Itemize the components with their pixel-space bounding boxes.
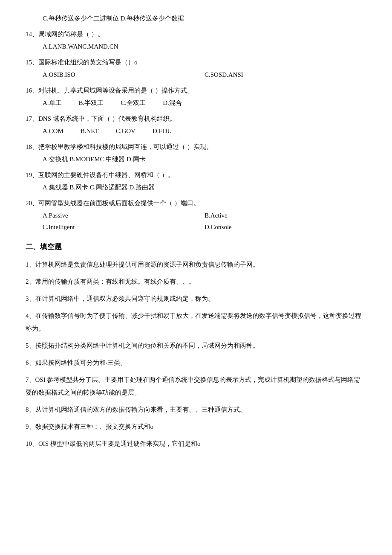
question-17: 17、DNS 域名系统中，下面（ ）代表教育机构组织。 A.COM B.NET … xyxy=(26,113,366,137)
q16-options: A.单工 B.半双工 C.全双工 D.混合 xyxy=(43,97,366,109)
fill-q8: 8、从计算机网络通信的双方的数据传输方向来看，主要有、、三种通信方式。 xyxy=(26,403,366,416)
fill-q2: 2、常用的传输介质有两类：有线和无线。有线介质有、、。 xyxy=(26,275,366,288)
question-18: 18、把学校里教学楼和科技楼的局域网互连，可以通过（ ）实现。 A.交换机 B.… xyxy=(26,141,366,165)
q19-stem: 19、互联网的主要硬件设备有中继器、网桥和（ ）。 xyxy=(26,169,366,181)
question-15: 15、国际标准化组织的英文缩写是（）o A.OSIB.ISO C.SOSD.AN… xyxy=(26,57,366,81)
q16-opt-b: B.半双工 xyxy=(79,97,104,109)
q17-opt-c: C.GOV xyxy=(116,125,135,137)
fill-q6: 6、如果按网络性质可分为和-三类。 xyxy=(26,356,366,369)
fill-q9: 9、数据交换技术有三种：、报文交换方式和o xyxy=(26,420,366,433)
q17-opt-b: B.NET xyxy=(81,125,99,137)
fill-q10: 10、OIS 模型中最低的两层主要是通过硬件来实现，它们是和o xyxy=(26,437,366,450)
q14-options: A.LANB.WANC.MAND.CN xyxy=(43,41,366,52)
fill-questions-container: 1、计算机网络是负责信息处理并提供可用资源的资源子网和负责信息传输的子网。 2、… xyxy=(26,258,366,450)
q20-options: A.Passive B.Active C.Intelligent D.Conso… xyxy=(43,210,366,233)
question-16: 16、对讲机、共享式局域网等设备采用的是（ ）操作方式。 A.单工 B.半双工 … xyxy=(26,85,366,109)
question-19: 19、互联网的主要硬件设备有中继器、网桥和（ ）。 A.集线器 B.网卡 C.网… xyxy=(26,169,366,193)
q15-stem: 15、国际标准化组织的英文缩写是（）o xyxy=(26,57,366,68)
fill-q3: 3、在计算机网络中，通信双方必须共同遵守的规则或约定，称为。 xyxy=(26,292,366,305)
options-cd: C.每秒传送多少个二进制位 D.每秒传送多少个数据 xyxy=(43,13,366,24)
q20-opt-b: B.Active xyxy=(205,210,366,221)
q17-stem: 17、DNS 域名系统中，下面（ ）代表教育机构组织。 xyxy=(26,113,366,125)
q20-opt-a: A.Passive xyxy=(43,210,205,221)
q14-stem: 14、局域网的简称是（ ）。 xyxy=(26,29,366,40)
q20-stem: 20、可网管型集线器在前面板或后面板会提供一个（ ）端口。 xyxy=(26,198,366,209)
q17-options: A.COM B.NET C.GOV D.EDU xyxy=(43,125,366,137)
q20-opt-d: D.Console xyxy=(205,221,366,233)
question-cd: C.每秒传送多少个二进制位 D.每秒传送多少个数据 xyxy=(26,13,366,24)
q18-options: A.交换机 B.MODEMC.中继器 D.网卡 xyxy=(43,154,366,165)
section2-title: 二、填空题 xyxy=(26,241,366,254)
question-14: 14、局域网的简称是（ ）。 A.LANB.WANC.MAND.CN xyxy=(26,29,366,52)
fill-q1: 1、计算机网络是负责信息处理并提供可用资源的资源子网和负责信息传输的子网。 xyxy=(26,258,366,271)
question-20: 20、可网管型集线器在前面板或后面板会提供一个（ ）端口。 A.Passive … xyxy=(26,198,366,233)
q16-stem: 16、对讲机、共享式局域网等设备采用的是（ ）操作方式。 xyxy=(26,85,366,96)
fill-q5: 5、按照拓扑结构分类网络中计算机之间的地位和关系的不同，局域网分为和两种。 xyxy=(26,339,366,352)
q15-options: A.OSIB.ISO C.SOSD.ANSI xyxy=(43,69,366,81)
q15-opt-cd: C.SOSD.ANSI xyxy=(205,69,366,81)
q16-opt-d: D.混合 xyxy=(163,97,182,109)
q15-opt-ab: A.OSIB.ISO xyxy=(43,69,205,81)
q16-opt-c: C.全双工 xyxy=(121,97,146,109)
q19-options: A.集线器 B.网卡 C.网络适配器 D.路由器 xyxy=(43,182,366,193)
q20-opt-c: C.Intelligent xyxy=(43,221,205,233)
fill-q4: 4、在传输数字信号时为了便于传输、减少干扰和易于放大，在发送端需要将发送的数字信… xyxy=(26,309,366,335)
q17-opt-d: D.EDU xyxy=(153,125,172,137)
q16-opt-a: A.单工 xyxy=(43,97,62,109)
q17-opt-a: A.COM xyxy=(43,125,63,137)
fill-q7: 7、OSI 参考模型共分了层。主要用于处理在两个通信系统中交换信息的表示方式，完… xyxy=(26,373,366,399)
q18-stem: 18、把学校里教学楼和科技楼的局域网互连，可以通过（ ）实现。 xyxy=(26,141,366,153)
